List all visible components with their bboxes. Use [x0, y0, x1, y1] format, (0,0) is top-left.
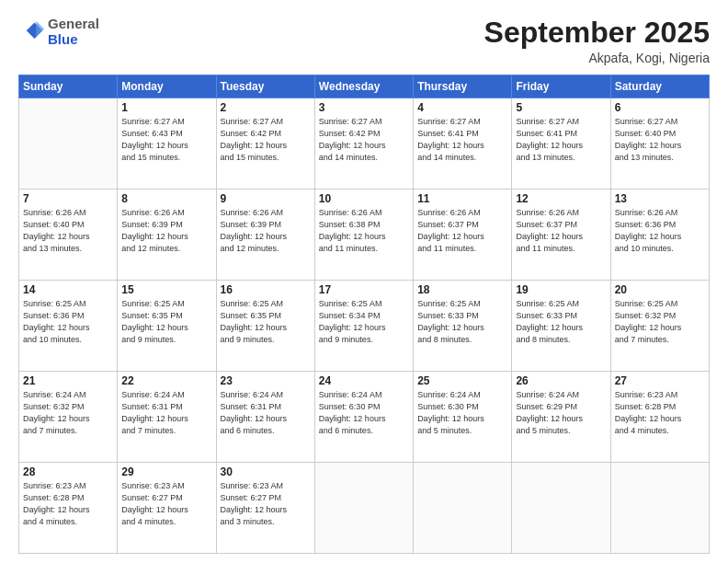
day-number: 10	[319, 192, 409, 205]
calendar-cell: 13Sunrise: 6:26 AM Sunset: 6:36 PM Dayli…	[610, 190, 709, 281]
calendar-cell: 5Sunrise: 6:27 AM Sunset: 6:41 PM Daylig…	[512, 98, 610, 190]
calendar-cell	[414, 463, 512, 554]
day-info: Sunrise: 6:25 AM Sunset: 6:33 PM Dayligh…	[417, 298, 507, 346]
day-info: Sunrise: 6:26 AM Sunset: 6:39 PM Dayligh…	[221, 207, 311, 255]
location: Akpafa, Kogi, Nigeria	[484, 51, 710, 65]
calendar-cell: 23Sunrise: 6:24 AM Sunset: 6:31 PM Dayli…	[216, 372, 314, 463]
calendar-cell: 18Sunrise: 6:25 AM Sunset: 6:33 PM Dayli…	[414, 281, 512, 372]
day-info: Sunrise: 6:25 AM Sunset: 6:36 PM Dayligh…	[23, 298, 113, 346]
day-number: 25	[417, 374, 507, 387]
day-info: Sunrise: 6:23 AM Sunset: 6:27 PM Dayligh…	[221, 480, 311, 528]
calendar-cell: 15Sunrise: 6:25 AM Sunset: 6:35 PM Dayli…	[118, 281, 216, 372]
calendar-cell: 3Sunrise: 6:27 AM Sunset: 6:42 PM Daylig…	[314, 98, 413, 190]
calendar-cell: 9Sunrise: 6:26 AM Sunset: 6:39 PM Daylig…	[216, 190, 314, 281]
day-info: Sunrise: 6:26 AM Sunset: 6:39 PM Dayligh…	[121, 207, 211, 255]
calendar-cell: 1Sunrise: 6:27 AM Sunset: 6:43 PM Daylig…	[118, 98, 216, 190]
day-info: Sunrise: 6:27 AM Sunset: 6:40 PM Dayligh…	[615, 116, 705, 164]
day-number: 18	[417, 283, 507, 296]
day-number: 15	[121, 283, 211, 296]
calendar-week-row: 28Sunrise: 6:23 AM Sunset: 6:28 PM Dayli…	[19, 463, 710, 554]
day-number: 14	[23, 283, 113, 296]
calendar-cell: 7Sunrise: 6:26 AM Sunset: 6:40 PM Daylig…	[19, 190, 118, 281]
day-number: 23	[221, 374, 311, 387]
calendar-cell: 11Sunrise: 6:26 AM Sunset: 6:37 PM Dayli…	[414, 190, 512, 281]
day-number: 27	[615, 374, 705, 387]
day-info: Sunrise: 6:25 AM Sunset: 6:32 PM Dayligh…	[615, 298, 705, 346]
calendar-week-row: 7Sunrise: 6:26 AM Sunset: 6:40 PM Daylig…	[19, 190, 710, 281]
calendar-cell: 19Sunrise: 6:25 AM Sunset: 6:33 PM Dayli…	[512, 281, 610, 372]
day-number: 24	[319, 374, 409, 387]
day-number: 17	[319, 283, 409, 296]
header: General Blue September 2025 Akpafa, Kogi…	[18, 17, 710, 65]
day-number: 8	[121, 192, 211, 205]
day-info: Sunrise: 6:24 AM Sunset: 6:30 PM Dayligh…	[417, 389, 507, 437]
day-info: Sunrise: 6:25 AM Sunset: 6:35 PM Dayligh…	[121, 298, 211, 346]
calendar-cell: 17Sunrise: 6:25 AM Sunset: 6:34 PM Dayli…	[314, 281, 413, 372]
day-number: 3	[319, 101, 409, 114]
svg-marker-1	[36, 20, 44, 37]
day-number: 22	[121, 374, 211, 387]
day-info: Sunrise: 6:26 AM Sunset: 6:36 PM Dayligh…	[615, 207, 705, 255]
day-info: Sunrise: 6:24 AM Sunset: 6:31 PM Dayligh…	[221, 389, 311, 437]
day-info: Sunrise: 6:27 AM Sunset: 6:42 PM Dayligh…	[221, 116, 311, 164]
day-number: 30	[221, 465, 311, 478]
logo-general-text: General	[48, 16, 99, 31]
calendar-cell: 24Sunrise: 6:24 AM Sunset: 6:30 PM Dayli…	[314, 372, 413, 463]
day-info: Sunrise: 6:23 AM Sunset: 6:28 PM Dayligh…	[23, 480, 113, 528]
day-info: Sunrise: 6:26 AM Sunset: 6:37 PM Dayligh…	[516, 207, 606, 255]
day-info: Sunrise: 6:24 AM Sunset: 6:31 PM Dayligh…	[121, 389, 211, 437]
day-header-saturday: Saturday	[610, 75, 709, 98]
day-info: Sunrise: 6:25 AM Sunset: 6:35 PM Dayligh…	[221, 298, 311, 346]
month-title: September 2025	[484, 17, 710, 49]
calendar-cell: 27Sunrise: 6:23 AM Sunset: 6:28 PM Dayli…	[610, 372, 709, 463]
day-number: 9	[221, 192, 311, 205]
calendar-week-row: 14Sunrise: 6:25 AM Sunset: 6:36 PM Dayli…	[19, 281, 710, 372]
calendar-cell: 22Sunrise: 6:24 AM Sunset: 6:31 PM Dayli…	[118, 372, 216, 463]
day-number: 13	[615, 192, 705, 205]
calendar-cell: 2Sunrise: 6:27 AM Sunset: 6:42 PM Daylig…	[216, 98, 314, 190]
logo-blue-text: Blue	[48, 31, 78, 47]
calendar-week-row: 1Sunrise: 6:27 AM Sunset: 6:43 PM Daylig…	[19, 98, 710, 190]
calendar-cell: 28Sunrise: 6:23 AM Sunset: 6:28 PM Dayli…	[19, 463, 118, 554]
day-number: 26	[516, 374, 606, 387]
day-number: 4	[417, 101, 507, 114]
day-number: 19	[516, 283, 606, 296]
day-info: Sunrise: 6:23 AM Sunset: 6:27 PM Dayligh…	[121, 480, 211, 528]
calendar-cell: 12Sunrise: 6:26 AM Sunset: 6:37 PM Dayli…	[512, 190, 610, 281]
day-info: Sunrise: 6:25 AM Sunset: 6:33 PM Dayligh…	[516, 298, 606, 346]
day-info: Sunrise: 6:26 AM Sunset: 6:40 PM Dayligh…	[23, 207, 113, 255]
calendar-cell	[610, 463, 709, 554]
calendar-cell: 4Sunrise: 6:27 AM Sunset: 6:41 PM Daylig…	[414, 98, 512, 190]
calendar-cell: 6Sunrise: 6:27 AM Sunset: 6:40 PM Daylig…	[610, 98, 709, 190]
day-info: Sunrise: 6:26 AM Sunset: 6:37 PM Dayligh…	[417, 207, 507, 255]
logo: General Blue	[18, 17, 99, 47]
day-number: 7	[23, 192, 113, 205]
calendar-cell: 16Sunrise: 6:25 AM Sunset: 6:35 PM Dayli…	[216, 281, 314, 372]
day-info: Sunrise: 6:24 AM Sunset: 6:30 PM Dayligh…	[319, 389, 409, 437]
day-number: 28	[23, 465, 113, 478]
calendar-cell: 10Sunrise: 6:26 AM Sunset: 6:38 PM Dayli…	[314, 190, 413, 281]
calendar-cell	[512, 463, 610, 554]
day-number: 20	[615, 283, 705, 296]
day-info: Sunrise: 6:25 AM Sunset: 6:34 PM Dayligh…	[319, 298, 409, 346]
day-info: Sunrise: 6:24 AM Sunset: 6:29 PM Dayligh…	[516, 389, 606, 437]
calendar-cell	[314, 463, 413, 554]
day-number: 1	[121, 101, 211, 114]
day-number: 2	[221, 101, 311, 114]
day-info: Sunrise: 6:26 AM Sunset: 6:38 PM Dayligh…	[319, 207, 409, 255]
calendar-cell: 14Sunrise: 6:25 AM Sunset: 6:36 PM Dayli…	[19, 281, 118, 372]
calendar-cell: 20Sunrise: 6:25 AM Sunset: 6:32 PM Dayli…	[610, 281, 709, 372]
day-number: 11	[417, 192, 507, 205]
day-info: Sunrise: 6:27 AM Sunset: 6:42 PM Dayligh…	[319, 116, 409, 164]
day-header-friday: Friday	[512, 75, 610, 98]
calendar-cell: 30Sunrise: 6:23 AM Sunset: 6:27 PM Dayli…	[216, 463, 314, 554]
day-header-sunday: Sunday	[19, 75, 118, 98]
title-block: September 2025 Akpafa, Kogi, Nigeria	[484, 17, 710, 65]
day-number: 12	[516, 192, 606, 205]
day-header-tuesday: Tuesday	[216, 75, 314, 98]
day-info: Sunrise: 6:23 AM Sunset: 6:28 PM Dayligh…	[615, 389, 705, 437]
day-number: 5	[516, 101, 606, 114]
day-number: 21	[23, 374, 113, 387]
page: General Blue September 2025 Akpafa, Kogi…	[0, 0, 728, 563]
calendar-cell: 29Sunrise: 6:23 AM Sunset: 6:27 PM Dayli…	[118, 463, 216, 554]
